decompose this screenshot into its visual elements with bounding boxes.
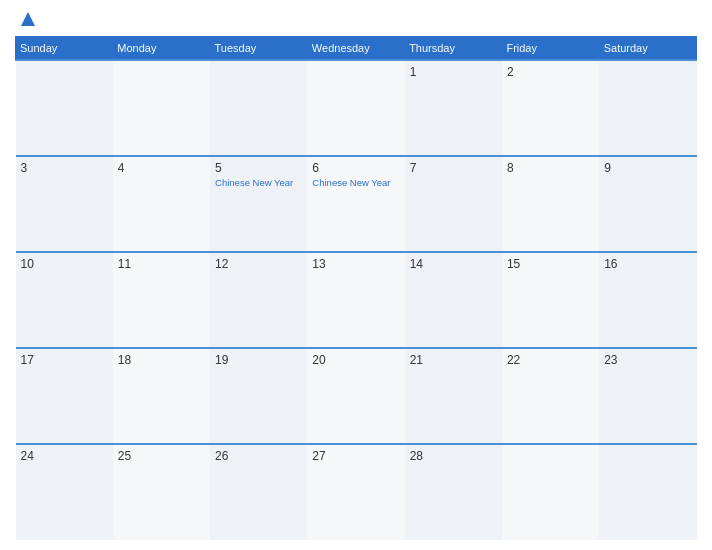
day-number: 6 [312,161,399,175]
logo [15,10,37,28]
day-number: 13 [312,257,399,271]
weekday-header-monday: Monday [113,37,210,61]
event-label: Chinese New Year [312,177,399,188]
day-number: 20 [312,353,399,367]
event-label: Chinese New Year [215,177,302,188]
calendar-cell [599,444,696,540]
day-number: 18 [118,353,205,367]
day-number: 5 [215,161,302,175]
calendar-wrapper: SundayMondayTuesdayWednesdayThursdayFrid… [0,0,712,550]
calendar-cell: 27 [307,444,404,540]
day-number: 8 [507,161,594,175]
day-number: 19 [215,353,302,367]
day-number: 9 [604,161,691,175]
day-number: 4 [118,161,205,175]
day-number: 22 [507,353,594,367]
calendar-cell: 25 [113,444,210,540]
day-number: 26 [215,449,302,463]
day-number: 12 [215,257,302,271]
calendar-cell: 19 [210,348,307,444]
calendar-cell: 10 [16,252,113,348]
weekday-header-friday: Friday [502,37,599,61]
calendar-cell: 23 [599,348,696,444]
day-number: 15 [507,257,594,271]
calendar-cell: 20 [307,348,404,444]
calendar-week-3: 17181920212223 [16,348,697,444]
calendar-cell [113,60,210,156]
calendar-cell: 14 [405,252,502,348]
calendar-week-1: 345Chinese New Year6Chinese New Year789 [16,156,697,252]
calendar-cell [502,444,599,540]
calendar-cell: 12 [210,252,307,348]
calendar-cell: 26 [210,444,307,540]
calendar-table: SundayMondayTuesdayWednesdayThursdayFrid… [15,36,697,540]
calendar-cell: 7 [405,156,502,252]
weekday-header-tuesday: Tuesday [210,37,307,61]
calendar-week-4: 2425262728 [16,444,697,540]
svg-marker-0 [21,12,35,26]
day-number: 10 [21,257,108,271]
day-number: 2 [507,65,594,79]
calendar-cell: 9 [599,156,696,252]
calendar-week-2: 10111213141516 [16,252,697,348]
calendar-cell: 15 [502,252,599,348]
calendar-cell [210,60,307,156]
calendar-cell: 2 [502,60,599,156]
day-number: 25 [118,449,205,463]
calendar-header [15,10,697,28]
calendar-cell: 11 [113,252,210,348]
calendar-cell-empty [599,60,696,156]
day-number: 11 [118,257,205,271]
calendar-header-row: SundayMondayTuesdayWednesdayThursdayFrid… [16,37,697,61]
calendar-cell: 21 [405,348,502,444]
calendar-cell: 28 [405,444,502,540]
day-number: 21 [410,353,497,367]
weekday-header-thursday: Thursday [405,37,502,61]
day-number: 16 [604,257,691,271]
day-number: 3 [21,161,108,175]
calendar-cell: 17 [16,348,113,444]
calendar-cell: 16 [599,252,696,348]
calendar-week-0: 12 [16,60,697,156]
calendar-cell: 22 [502,348,599,444]
day-number: 24 [21,449,108,463]
day-number: 28 [410,449,497,463]
calendar-cell: 6Chinese New Year [307,156,404,252]
weekday-header-saturday: Saturday [599,37,696,61]
calendar-cell: 8 [502,156,599,252]
day-number: 17 [21,353,108,367]
calendar-cell: 13 [307,252,404,348]
calendar-cell: 5Chinese New Year [210,156,307,252]
calendar-cell: 4 [113,156,210,252]
day-number: 7 [410,161,497,175]
calendar-cell [307,60,404,156]
day-number: 1 [410,65,497,79]
day-number: 27 [312,449,399,463]
calendar-cell [16,60,113,156]
day-number: 14 [410,257,497,271]
weekday-header-sunday: Sunday [16,37,113,61]
calendar-cell: 1 [405,60,502,156]
calendar-cell: 3 [16,156,113,252]
calendar-cell: 18 [113,348,210,444]
calendar-cell: 24 [16,444,113,540]
weekday-header-wednesday: Wednesday [307,37,404,61]
logo-icon [19,10,37,28]
day-number: 23 [604,353,691,367]
